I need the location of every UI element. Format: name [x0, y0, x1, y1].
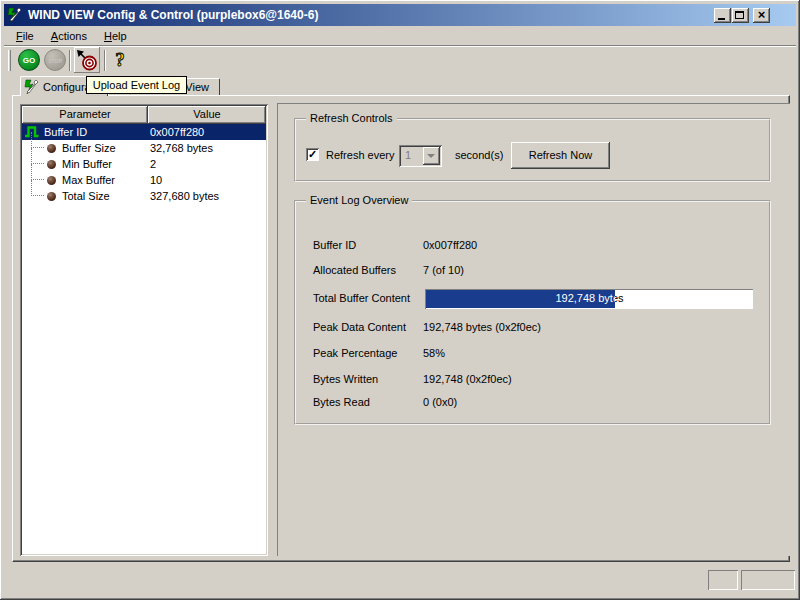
overview-label: Peak Data Content	[313, 321, 406, 333]
tab-wrench-icon	[24, 79, 40, 95]
go-button[interactable]: GO	[18, 49, 40, 71]
overview-value: 192,748 (0x2f0ec)	[423, 373, 512, 385]
chevron-down-icon	[427, 154, 435, 158]
close-icon	[753, 8, 770, 23]
app-window: WIND VIEW Config & Control (purplebox6@1…	[0, 0, 800, 600]
toolbar: GO STOP ?	[4, 47, 796, 75]
overview-label: Bytes Written	[313, 373, 378, 385]
svg-text:?: ?	[115, 49, 125, 70]
tree-body: Buffer ID 0x007ff280 Buffer Size 32,768 …	[22, 124, 266, 554]
tree-value: 10	[150, 174, 162, 186]
stop-button-disabled: STOP	[44, 49, 66, 71]
help-question-icon: ?	[110, 48, 130, 72]
tree-param: Buffer Size	[62, 142, 116, 154]
status-pane-1	[708, 570, 738, 590]
help-button[interactable]: ?	[110, 48, 130, 72]
menu-help[interactable]: Help	[98, 27, 133, 44]
total-buffer-content-progressbar: 192,748 bytes 192,748 bytes	[425, 289, 753, 309]
parameter-tree: Parameter Value Buffer ID 0x007ff280 Buf…	[20, 104, 268, 556]
overview-value: 0 (0x0)	[423, 396, 457, 408]
tree-connector	[31, 132, 44, 148]
interval-value: 1	[405, 149, 411, 161]
upload-event-log-target-icon	[75, 48, 99, 72]
refresh-every-checkbox[interactable]: ✓	[306, 148, 319, 161]
tree-value: 32,768 bytes	[150, 142, 213, 154]
menu-actions[interactable]: Actions	[45, 27, 93, 44]
tree-row-total-size[interactable]: Total Size 327,680 bytes	[22, 188, 266, 204]
overview-value: 192,748 bytes (0x2f0ec)	[423, 321, 541, 333]
column-header-value[interactable]: Value	[148, 106, 266, 124]
window-title: WIND VIEW Config & Control (purplebox6@1…	[28, 8, 318, 22]
tree-value: 327,680 bytes	[150, 190, 219, 202]
combo-dropdown-button	[423, 147, 440, 165]
detail-pane: Refresh Controls ✓ Refresh every 1 secon…	[277, 103, 790, 556]
maximize-icon	[735, 11, 744, 19]
upload-event-log-button[interactable]	[74, 47, 100, 73]
event-log-overview-group: Event Log Overview Buffer ID 0x007ff280 …	[294, 200, 771, 425]
tree-param: Max Buffer	[62, 174, 115, 186]
tree-row-buffer-id[interactable]: Buffer ID 0x007ff280	[22, 124, 266, 140]
refresh-controls-title: Refresh Controls	[306, 112, 397, 124]
tree-value: 2	[150, 158, 156, 170]
overview-label: Allocated Buffers	[313, 264, 396, 276]
app-wrench-icon	[7, 7, 23, 23]
minimize-button[interactable]	[714, 8, 731, 23]
title-bar[interactable]: WIND VIEW Config & Control (purplebox6@1…	[4, 4, 796, 26]
overview-value: 58%	[423, 347, 445, 359]
menu-file[interactable]: File	[10, 27, 40, 44]
overview-value: 7 (of 10)	[423, 264, 464, 276]
event-log-overview-title: Event Log Overview	[306, 194, 412, 206]
toolbar-separator	[69, 50, 71, 71]
status-pane-2	[741, 570, 795, 590]
tree-row-max-buffer[interactable]: Max Buffer 10	[22, 172, 266, 188]
bullet-sphere-icon	[47, 176, 56, 185]
refresh-controls-group: Refresh Controls ✓ Refresh every 1 secon…	[294, 118, 771, 182]
progress-text-inverse: 192,748 bytes	[427, 292, 615, 304]
tree-param: Buffer ID	[44, 126, 87, 138]
tree-header: Parameter Value	[22, 106, 266, 124]
interval-combobox-disabled: 1	[399, 145, 442, 167]
overview-label: Buffer ID	[313, 239, 356, 251]
toolbar-grip[interactable]	[8, 50, 11, 71]
toolbar-separator	[104, 50, 106, 71]
bullet-sphere-icon	[47, 192, 56, 201]
tree-row-min-buffer[interactable]: Min Buffer 2	[22, 156, 266, 172]
minimize-icon	[718, 18, 725, 20]
status-bar	[4, 566, 796, 594]
tooltip-upload-event-log: Upload Event Log	[86, 76, 187, 94]
overview-label: Bytes Read	[313, 396, 370, 408]
refresh-now-button[interactable]: Refresh Now	[511, 142, 610, 169]
column-header-parameter[interactable]: Parameter	[22, 106, 148, 124]
interval-unit-label: second(s)	[455, 149, 503, 161]
tree-row-buffer-size[interactable]: Buffer Size 32,768 bytes	[22, 140, 266, 156]
menu-bar: File Actions Help	[4, 27, 796, 46]
progress-fill: 192,748 bytes	[426, 290, 615, 308]
tree-connector	[31, 164, 44, 180]
maximize-button[interactable]	[732, 8, 749, 23]
tree-value: 0x007ff280	[150, 126, 204, 138]
bullet-sphere-icon	[47, 144, 56, 153]
tree-connector	[31, 148, 44, 164]
refresh-every-label[interactable]: Refresh every	[326, 149, 394, 161]
bullet-sphere-icon	[47, 160, 56, 169]
overview-value: 0x007ff280	[423, 239, 477, 251]
tree-param: Min Buffer	[62, 158, 112, 170]
tree-connector	[31, 180, 44, 196]
close-button[interactable]	[753, 8, 770, 23]
tree-param: Total Size	[62, 190, 110, 202]
overview-label: Peak Percentage	[313, 347, 397, 359]
overview-label: Total Buffer Content	[313, 292, 410, 304]
